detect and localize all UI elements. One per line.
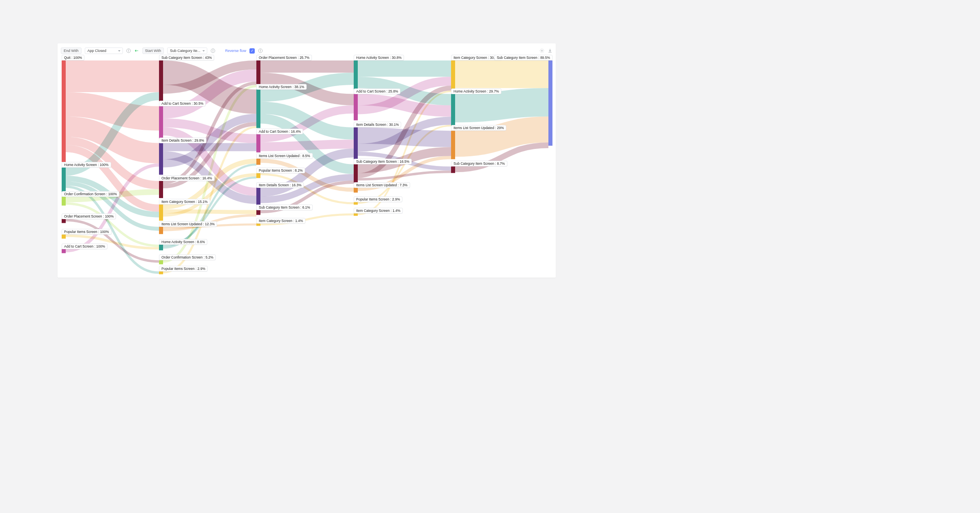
node-label: Popular Items Screen : 8.2% <box>256 168 305 173</box>
node-label: Items List Screen Updated : 12.3% <box>159 221 217 227</box>
sankey-node[interactable] <box>451 94 455 126</box>
start-with-label: Start With <box>142 47 164 54</box>
node-label: Order Placement Screen : 25.7% <box>256 55 312 60</box>
svg-rect-5 <box>213 50 213 52</box>
node-label: Sub Category Item Screen : 8.7% <box>451 161 507 166</box>
node-label: Sub Category Item Screen : 43% <box>159 55 214 60</box>
node-label: Item Category Screen : 1.4% <box>256 218 305 224</box>
node-label: Item Category Screen : 15.1% <box>159 199 210 205</box>
node-label: Add to Cart Screen : 16.4% <box>256 129 303 134</box>
svg-rect-8 <box>260 50 261 52</box>
info-icon-3[interactable] <box>258 48 263 53</box>
node-label: Quit : 100% <box>62 55 84 60</box>
node-label: Popular Items Screen : 2.9% <box>159 266 208 272</box>
node-label: Sub Category Item Screen : 89.5% <box>494 55 552 60</box>
sankey-link[interactable] <box>455 102 548 108</box>
sankey-node[interactable] <box>159 106 163 139</box>
sankey-node[interactable] <box>159 245 163 250</box>
node-label: Sub Category Item Screen : 6.1% <box>256 205 313 210</box>
sankey-node[interactable] <box>159 143 163 175</box>
svg-point-4 <box>213 50 213 50</box>
svg-point-7 <box>260 50 261 50</box>
sankey-node[interactable] <box>451 131 455 159</box>
node-label: Add to Cart Screen : 100% <box>62 244 107 249</box>
swap-arrow-icon[interactable] <box>134 48 139 53</box>
sankey-node[interactable] <box>159 227 163 234</box>
sankey-node[interactable] <box>159 60 163 101</box>
sankey-node[interactable] <box>451 60 455 90</box>
sankey-link[interactable] <box>66 104 159 119</box>
sankey-node[interactable] <box>159 272 163 274</box>
sankey-link[interactable] <box>455 129 548 144</box>
node-label: Home Activity Screen : 30.8% <box>354 55 404 60</box>
reverse-flow-label: Reverse flow <box>225 49 246 53</box>
node-label: Popular Items Screen : 2.9% <box>354 196 402 202</box>
sankey-node[interactable] <box>354 213 358 216</box>
sankey-node[interactable] <box>256 134 260 153</box>
sankey-node[interactable] <box>256 159 260 165</box>
sankey-node[interactable] <box>354 127 358 159</box>
sankey-link[interactable] <box>260 144 354 147</box>
node-label: Item Details Screen : 29.8% <box>159 138 206 143</box>
sankey-node[interactable] <box>548 60 552 146</box>
sankey-node[interactable] <box>62 60 66 162</box>
node-label: Add to Cart Screen : 30.5% <box>159 101 206 106</box>
node-label: Items List Screen Updated : 7.3% <box>354 182 410 188</box>
sankey-node[interactable] <box>354 164 358 183</box>
node-label: Add to Cart Screen : 25.8% <box>354 88 400 94</box>
node-label: Home Activity Screen : 38.1% <box>256 84 307 90</box>
node-label: Order Confirmation Screen : 100% <box>62 191 119 197</box>
node-label: Item Details Screen : 16.3% <box>256 182 304 188</box>
end-with-label: End With <box>61 47 82 54</box>
node-label: Popular Items Screen : 100% <box>62 229 112 235</box>
node-label: Items List Screen Updated : 8.5% <box>256 153 313 159</box>
sankey-node[interactable] <box>159 205 163 221</box>
node-label: Sub Category Item Screen : 16.5% <box>354 159 412 164</box>
sankey-node[interactable] <box>62 219 66 223</box>
node-label: Home Activity Screen : 8.6% <box>159 239 207 245</box>
end-with-select[interactable]: App Closed <box>85 47 123 54</box>
info-icon-2[interactable] <box>211 48 215 53</box>
sankey-node[interactable] <box>62 235 66 239</box>
node-label: Home Activity Screen : 100% <box>62 162 111 168</box>
svg-rect-2 <box>128 50 129 52</box>
svg-point-9 <box>542 50 543 52</box>
reverse-flow-checkbox[interactable]: ✓ <box>249 48 255 54</box>
node-label: Order Confirmation Screen : 5.2% <box>159 254 216 260</box>
sankey-node[interactable] <box>354 60 358 90</box>
svg-point-1 <box>128 50 129 50</box>
start-with-select[interactable]: Sub Category Ite... <box>167 47 207 54</box>
sankey-node[interactable] <box>256 210 260 215</box>
sankey-node[interactable] <box>354 188 358 193</box>
sankey-node[interactable] <box>354 94 358 121</box>
sankey-node[interactable] <box>256 224 260 226</box>
node-label: Order Placement Screen : 100% <box>62 213 116 219</box>
download-icon[interactable] <box>548 48 552 53</box>
gear-icon[interactable] <box>539 48 544 53</box>
sankey-node[interactable] <box>256 60 260 84</box>
sankey-node[interactable] <box>159 260 163 264</box>
sankey-node[interactable] <box>62 168 66 193</box>
sankey-node[interactable] <box>62 249 66 253</box>
sankey-node[interactable] <box>354 202 358 205</box>
node-label: Items List Screen Updated : 29% <box>451 125 506 131</box>
sankey-node[interactable] <box>159 181 163 198</box>
sankey-node[interactable] <box>256 188 260 205</box>
node-label: Home Activity Screen : 29.7% <box>451 88 501 94</box>
sankey-node[interactable] <box>256 173 260 178</box>
node-label: Item Category Screen : 1.4% <box>354 208 403 213</box>
node-label: Item Details Screen : 30.1% <box>354 122 401 127</box>
info-icon[interactable] <box>126 48 131 53</box>
sankey-card: End With App Closed Start With Sub Categ… <box>58 43 556 278</box>
sankey-node[interactable] <box>256 90 260 128</box>
node-label: Order Placement Screen : 16.4% <box>159 175 215 181</box>
sankey-node[interactable] <box>451 166 455 173</box>
sankey-node[interactable] <box>62 197 66 206</box>
